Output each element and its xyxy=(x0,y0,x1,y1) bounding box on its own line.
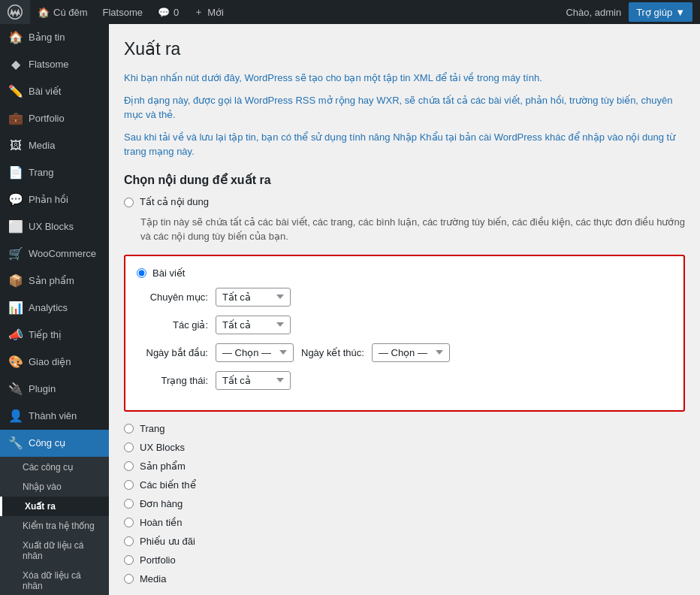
home-icon: 🏠 xyxy=(38,7,50,18)
wp-logo-link[interactable] xyxy=(0,0,30,24)
chuyenmuc-row: Chuyên mục: Tất cả xyxy=(137,288,672,307)
tiepthi-icon: 📣 xyxy=(9,328,23,342)
submenu-nhapvao[interactable]: Nhập vào xyxy=(0,477,109,497)
radio-option-1[interactable]: UX Blocks xyxy=(124,442,685,453)
submenu-xoadulieu[interactable]: Xóa dữ liệu cá nhân xyxy=(0,566,109,595)
sidebar-label-phanhoi: Phản hồi xyxy=(29,193,101,207)
radio-input-1[interactable] xyxy=(124,442,134,452)
trangthai-select[interactable]: Tất cả xyxy=(216,371,291,390)
sidebar-item-portfolio[interactable]: 💼 Portfolio xyxy=(0,105,109,132)
baiviet-radio-row[interactable]: Bài viết xyxy=(137,267,672,279)
radio-input-6[interactable] xyxy=(124,536,134,546)
submenu-caccongthu[interactable]: Các công cụ xyxy=(0,458,109,477)
radio-all-content-label: Tất cả nội dung xyxy=(140,196,209,207)
trangthai-label: Trạng thái: xyxy=(137,375,208,386)
flatsome-bar-link[interactable]: Flatsome xyxy=(95,0,150,24)
comments-bar-link[interactable]: 💬 0 xyxy=(150,0,186,24)
radio-input-4[interactable] xyxy=(124,499,134,509)
sidebar-item-analytics[interactable]: 📊 Analytics xyxy=(0,294,109,322)
admin-bar-right: Chào, admin Trợ giúp ▼ xyxy=(558,0,700,24)
radio-baiviet-input[interactable] xyxy=(137,268,146,278)
radio-input-3[interactable] xyxy=(124,480,134,490)
plugin-icon: 🔌 xyxy=(9,382,23,396)
radio-input-0[interactable] xyxy=(124,424,134,433)
tacgia-select[interactable]: Tất cả xyxy=(216,316,291,334)
description-1: Khi bạn nhấn nút dưới đây, WordPress sẽ … xyxy=(124,71,685,86)
submenu-xuatra[interactable]: Xuất ra xyxy=(0,497,109,516)
radio-option-4[interactable]: Đơn hàng xyxy=(124,498,685,509)
description-2: Định dạng này, được gọi là WordPress RSS… xyxy=(124,93,685,122)
sidebar: 🏠 Bảng tin ◆ Flatsome ✏️ Bài viết 💼 Port… xyxy=(0,24,109,595)
section-heading: Chọn nội dung để xuất ra xyxy=(124,173,685,187)
sidebar-label-woocommerce: WooCommerce xyxy=(29,247,101,261)
sidebar-label-tiepthi: Tiếp thị xyxy=(29,328,101,342)
radio-option-7[interactable]: Portfolio xyxy=(124,554,685,566)
radio-label-2: Sản phẩm xyxy=(140,461,186,472)
sidebar-item-woocommerce[interactable]: 🛒 WooCommerce xyxy=(0,240,109,267)
sidebar-item-trang[interactable]: 📄 Trang xyxy=(0,159,109,186)
radio-input-2[interactable] xyxy=(124,461,134,471)
baiviet-icon: ✏️ xyxy=(9,85,23,98)
greeting: Chào, admin xyxy=(558,0,629,24)
radio-all-content[interactable]: Tất cả nội dung xyxy=(124,196,685,207)
radio-input-8[interactable] xyxy=(124,574,134,584)
submenu-xuatdulieu[interactable]: Xuất dữ liệu cá nhân xyxy=(0,536,109,566)
new-bar-link[interactable]: ＋ Mới xyxy=(186,0,231,24)
radio-option-3[interactable]: Các biến thể xyxy=(124,479,685,491)
admin-bar: 🏠 Cú đêm Flatsome 💬 0 ＋ Mới Chào, admin … xyxy=(0,0,700,24)
baiviet-box: Bài viết Chuyên mục: Tất cả Tác giả: Tất… xyxy=(124,255,685,412)
date-row: Ngày bắt đầu: — Chọn — Ngày kết thúc: — … xyxy=(137,343,672,362)
sidebar-item-congthu[interactable]: 🔧 Công cụ xyxy=(0,430,109,457)
submenu-kiemtra[interactable]: Kiểm tra hệ thống xyxy=(0,516,109,536)
radio-option-6[interactable]: Phiếu ưu đãi xyxy=(124,536,685,547)
sidebar-item-sanpham[interactable]: 📦 Sản phẩm xyxy=(0,267,109,294)
ngay-batdau-select[interactable]: — Chọn — xyxy=(216,343,294,362)
woocommerce-icon: 🛒 xyxy=(9,247,23,261)
sidebar-label-trang: Trang xyxy=(29,166,101,180)
comments-count: 0 xyxy=(173,7,179,18)
ngay-ketthuc-select[interactable]: — Chọn — xyxy=(372,343,450,362)
site-name-link[interactable]: 🏠 Cú đêm xyxy=(30,0,95,24)
radio-option-2[interactable]: Sản phẩm xyxy=(124,461,685,472)
radio-input-7[interactable] xyxy=(124,555,134,565)
sidebar-label-baiviet: Bài viết xyxy=(29,85,101,98)
radio-option-0[interactable]: Trang xyxy=(124,423,685,434)
bangtin-icon: 🏠 xyxy=(9,31,23,44)
radio-label-0: Trang xyxy=(140,423,164,434)
wp-logo-icon xyxy=(8,5,23,20)
sidebar-label-congcu: Công cụ xyxy=(29,436,101,450)
main-content: Xuất ra Khi bạn nhấn nút dưới đây, WordP… xyxy=(109,24,700,595)
radio-label-8: Media xyxy=(140,573,166,584)
congcu-submenu: Các công cụ Nhập vào Xuất ra Kiểm tra hệ… xyxy=(0,457,109,595)
sidebar-item-flatsome[interactable]: ◆ Flatsome xyxy=(0,51,109,78)
sidebar-label-flatsome: Flatsome xyxy=(29,58,101,71)
site-name: Cú đêm xyxy=(53,7,88,18)
comment-bar-icon: 💬 xyxy=(158,7,170,18)
trangthai-row: Trạng thái: Tất cả xyxy=(137,371,672,390)
sidebar-item-bangtin[interactable]: 🏠 Bảng tin xyxy=(0,24,109,51)
page-title: Xuất ra xyxy=(124,39,685,59)
radio-all-content-input[interactable] xyxy=(124,198,134,207)
sidebar-item-tiepthi[interactable]: 📣 Tiếp thị xyxy=(0,322,109,349)
sidebar-item-phanhoi[interactable]: 💬 Phản hồi xyxy=(0,186,109,213)
sidebar-item-media[interactable]: 🖼 Media xyxy=(0,132,109,159)
radio-option-8[interactable]: Media xyxy=(124,573,685,584)
sidebar-label-media: Media xyxy=(29,139,101,153)
radio-baiviet-label: Bài viết xyxy=(152,267,185,279)
help-label: Trợ giúp xyxy=(636,7,672,18)
sidebar-item-plugin[interactable]: 🔌 Plugin xyxy=(0,376,109,403)
sidebar-item-uxblocks[interactable]: ⬜ UX Blocks xyxy=(0,213,109,240)
uxblocks-icon: ⬜ xyxy=(9,220,23,234)
sidebar-item-giaodien[interactable]: 🎨 Giao diện xyxy=(0,349,109,376)
sidebar-item-baiviet[interactable]: ✏️ Bài viết xyxy=(0,78,109,105)
chuyenmuc-select[interactable]: Tất cả xyxy=(216,288,291,307)
radio-option-5[interactable]: Hoàn tiền xyxy=(124,517,685,528)
radio-input-5[interactable] xyxy=(124,518,134,527)
sidebar-label-giaodien: Giao diện xyxy=(29,355,101,369)
help-button[interactable]: Trợ giúp ▼ xyxy=(629,2,692,22)
analytics-icon: 📊 xyxy=(9,301,23,315)
chuyenmuc-label: Chuyên mục: xyxy=(137,291,208,303)
chevron-down-icon: ▼ xyxy=(675,7,685,18)
thanhvien-icon: 👤 xyxy=(9,409,23,423)
sidebar-item-thanhvien[interactable]: 👤 Thành viên xyxy=(0,403,109,430)
